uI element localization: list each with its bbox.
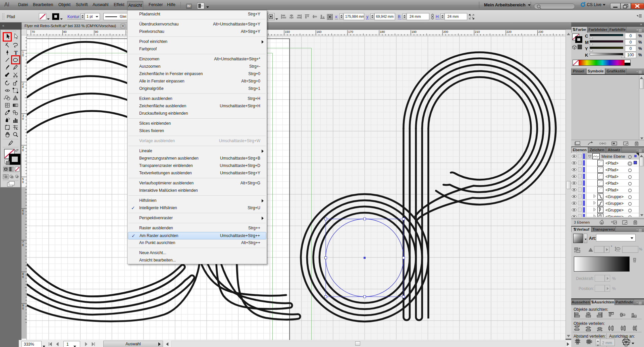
- svg-text:170: 170: [348, 30, 353, 34]
- svg-text:230: 230: [538, 30, 543, 34]
- svg-text:0: 0: [22, 180, 24, 184]
- svg-text:0: 0: [22, 243, 24, 247]
- svg-text:0: 0: [22, 307, 24, 310]
- svg-text:220: 220: [506, 30, 512, 34]
- svg-text:210: 210: [475, 30, 480, 34]
- svg-text:200: 200: [443, 30, 448, 34]
- svg-text:180: 180: [380, 30, 385, 34]
- svg-text:0: 0: [22, 54, 24, 57]
- svg-text:80: 80: [63, 30, 66, 34]
- svg-text:T: T: [14, 50, 18, 56]
- svg-text:190: 190: [412, 30, 417, 34]
- svg-text:0: 0: [22, 149, 24, 152]
- svg-text:90: 90: [95, 30, 98, 34]
- svg-text:0: 0: [22, 117, 24, 120]
- svg-text:0: 0: [22, 85, 24, 89]
- svg-text:70: 70: [32, 30, 35, 34]
- svg-text:0: 0: [22, 212, 24, 215]
- svg-text:160: 160: [317, 30, 322, 34]
- svg-text:150: 150: [285, 30, 290, 34]
- svg-text:0: 0: [22, 275, 24, 279]
